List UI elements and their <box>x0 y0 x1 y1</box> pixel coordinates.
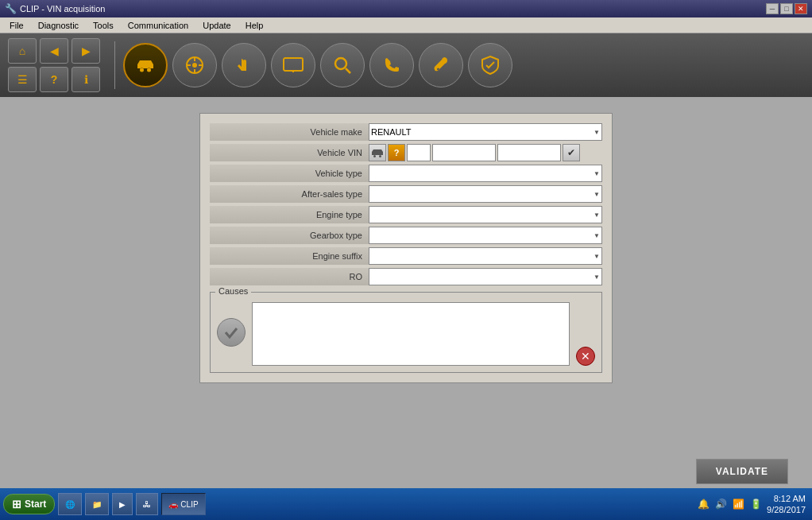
start-label: Start <box>25 499 46 510</box>
engine-suffix-row: Engine suffix <box>210 247 602 265</box>
taskbar: ⊞ Start 🌐 📁 ▶ 🖧 🚗 CLIP 🔔 🔊 📶 🔋 8:12 AM 9… <box>0 488 812 520</box>
vehicle-type-input-wrap <box>369 165 602 182</box>
aftersales-type-row: After-sales type <box>210 185 602 203</box>
minimize-button[interactable]: ─ <box>766 3 779 14</box>
validate-button[interactable]: VALIDATE <box>696 459 788 484</box>
taskbar-folder-button[interactable]: 📁 <box>85 493 109 515</box>
systray-notification-icon: 🔔 <box>697 498 710 510</box>
gearbox-type-input-wrap <box>369 227 602 244</box>
ro-row: RO <box>210 268 602 285</box>
wrench-tool-button[interactable] <box>419 43 463 87</box>
list-button[interactable]: ☰ <box>8 67 37 92</box>
clock-date: 9/28/2017 <box>767 504 806 515</box>
taskbar-media-button[interactable]: ▶ <box>112 493 133 515</box>
touch-tool-button[interactable] <box>222 43 266 87</box>
help-button[interactable]: ? <box>40 67 68 92</box>
media-icon: ▶ <box>119 500 126 509</box>
close-button[interactable]: ✕ <box>795 3 807 14</box>
ro-input-wrap <box>369 268 602 285</box>
menu-communication[interactable]: Communication <box>122 19 195 32</box>
windows-icon: ⊞ <box>12 498 21 510</box>
shield-tool-button[interactable] <box>468 43 512 87</box>
causes-textarea[interactable] <box>252 302 570 366</box>
clock-time: 8:12 AM <box>767 493 806 504</box>
vin-input-part3[interactable] <box>497 144 561 161</box>
menu-diagnostic[interactable]: Diagnostic <box>32 19 85 32</box>
engine-suffix-select[interactable] <box>369 247 602 265</box>
vin-help-icon-button[interactable]: ? <box>388 144 405 161</box>
back-button[interactable]: ◀ <box>40 38 68 64</box>
causes-inner: ✕ <box>217 299 595 366</box>
menu-bar: File Diagnostic Tools Communication Upda… <box>0 17 812 33</box>
start-button[interactable]: ⊞ Start <box>3 494 55 514</box>
toolbar: ⌂ ◀ ▶ ☰ ? ℹ <box>0 33 812 97</box>
title-bar-controls[interactable]: ─ □ ✕ <box>766 3 807 14</box>
search-tool-button[interactable] <box>320 43 365 87</box>
engine-suffix-input-wrap <box>369 247 602 265</box>
svg-rect-6 <box>284 58 303 71</box>
svg-line-10 <box>346 68 350 73</box>
aftersales-type-select[interactable] <box>369 185 602 203</box>
vehicle-make-label: Vehicle make <box>210 123 369 141</box>
clip-taskbar-icon: 🚗 <box>168 500 178 509</box>
system-clock: 8:12 AM 9/28/2017 <box>767 493 806 516</box>
menu-update[interactable]: Update <box>196 19 237 32</box>
causes-section: Causes ✕ <box>210 292 602 373</box>
gearbox-type-row: Gearbox type <box>210 227 602 244</box>
vin-input-part2[interactable] <box>432 144 496 161</box>
title-bar-left: 🔧 CLIP - VIN acquisition <box>5 3 105 14</box>
menu-file[interactable]: File <box>3 19 30 32</box>
info-button[interactable]: ℹ <box>72 67 100 92</box>
home-button[interactable]: ⌂ <box>8 38 37 64</box>
engine-type-row: Engine type <box>210 206 602 223</box>
engine-type-select[interactable] <box>369 206 602 223</box>
menu-tools[interactable]: Tools <box>87 19 120 32</box>
vehicle-type-row: Vehicle type <box>210 165 602 182</box>
causes-check-button[interactable] <box>217 318 246 347</box>
vehicle-make-row: Vehicle make RENAULT PEUGEOT CITROEN <box>210 123 602 141</box>
folder-icon: 📁 <box>92 500 102 509</box>
vehicle-tool-button[interactable] <box>123 43 168 87</box>
causes-close-button[interactable]: ✕ <box>576 347 595 366</box>
vehicle-vin-input-wrap: ? ✔ <box>369 144 602 161</box>
network-icon: 🖧 <box>143 500 151 509</box>
vehicle-type-select[interactable] <box>369 165 602 182</box>
vehicle-type-label: Vehicle type <box>210 165 369 182</box>
vehicle-vin-label: Vehicle VIN <box>210 144 369 161</box>
ro-select[interactable] <box>369 268 602 285</box>
vin-input-part1[interactable] <box>407 144 431 161</box>
left-nav: ⌂ ◀ ▶ ☰ ? ℹ <box>8 38 100 92</box>
gearbox-type-select[interactable] <box>369 227 602 244</box>
window-title: CLIP - VIN acquisition <box>20 4 105 14</box>
aftersales-type-label: After-sales type <box>210 185 369 203</box>
svg-point-1 <box>192 63 197 68</box>
systray-volume-icon: 🔊 <box>714 498 727 510</box>
forward-button[interactable]: ▶ <box>72 38 100 64</box>
form-panel: Vehicle make RENAULT PEUGEOT CITROEN Veh… <box>199 113 613 383</box>
systray-network-icon: 📶 <box>732 498 744 510</box>
svg-point-9 <box>335 58 346 69</box>
clip-taskbar-label: CLIP <box>180 500 198 509</box>
ro-label: RO <box>210 268 369 285</box>
main-content: Vehicle make RENAULT PEUGEOT CITROEN Veh… <box>0 97 812 500</box>
vin-car-icon-button[interactable] <box>369 144 386 161</box>
taskbar-network-button[interactable]: 🖧 <box>136 493 158 515</box>
vin-validate-button[interactable]: ✔ <box>563 144 580 161</box>
engine-type-input-wrap <box>369 206 602 223</box>
maximize-button[interactable]: □ <box>780 3 793 14</box>
taskbar-right: 🔔 🔊 📶 🔋 8:12 AM 9/28/2017 <box>697 493 809 516</box>
taskbar-ie-button[interactable]: 🌐 <box>58 493 82 515</box>
causes-label: Causes <box>215 286 251 296</box>
screen-tool-button[interactable] <box>271 43 315 87</box>
app-icon: 🔧 <box>5 3 17 14</box>
menu-help[interactable]: Help <box>239 19 270 32</box>
engine-type-label: Engine type <box>210 206 369 223</box>
taskbar-clip-button[interactable]: 🚗 CLIP <box>161 493 205 515</box>
vehicle-make-select[interactable]: RENAULT PEUGEOT CITROEN <box>369 123 602 141</box>
systray-battery-icon: 🔋 <box>749 498 762 510</box>
ie-icon: 🌐 <box>65 500 75 509</box>
phone-tool-button[interactable] <box>369 43 414 87</box>
vehicle-make-input-wrap: RENAULT PEUGEOT CITROEN <box>369 123 602 141</box>
aftersales-type-input-wrap <box>369 185 602 203</box>
diagnostics-tool-button[interactable] <box>172 43 217 87</box>
